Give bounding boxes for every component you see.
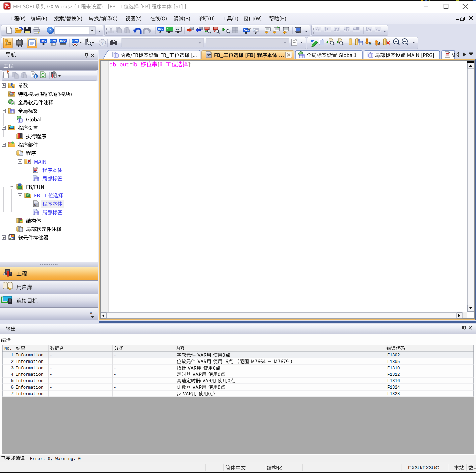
svg-text:?: ?: [49, 28, 52, 33]
svg-text:HK: HK: [176, 28, 180, 31]
svg-text:ST: ST: [34, 203, 38, 206]
svg-text:Dev: Dev: [158, 27, 163, 31]
svg-text:i: i: [35, 75, 36, 78]
svg-text:M: M: [369, 42, 371, 46]
svg-text:»: »: [90, 310, 92, 316]
svg-text:Dev: Dev: [72, 39, 78, 43]
svg-text:Dev: Dev: [253, 29, 259, 32]
svg-text:Dev: Dev: [60, 39, 66, 43]
svg-text:Dev: Dev: [41, 39, 46, 43]
svg-text:ST: ST: [207, 53, 211, 57]
svg-text:M: M: [377, 42, 380, 46]
svg-text:IL: IL: [358, 39, 361, 41]
svg-text:Dev: Dev: [50, 39, 56, 43]
svg-text:?: ?: [101, 41, 104, 46]
